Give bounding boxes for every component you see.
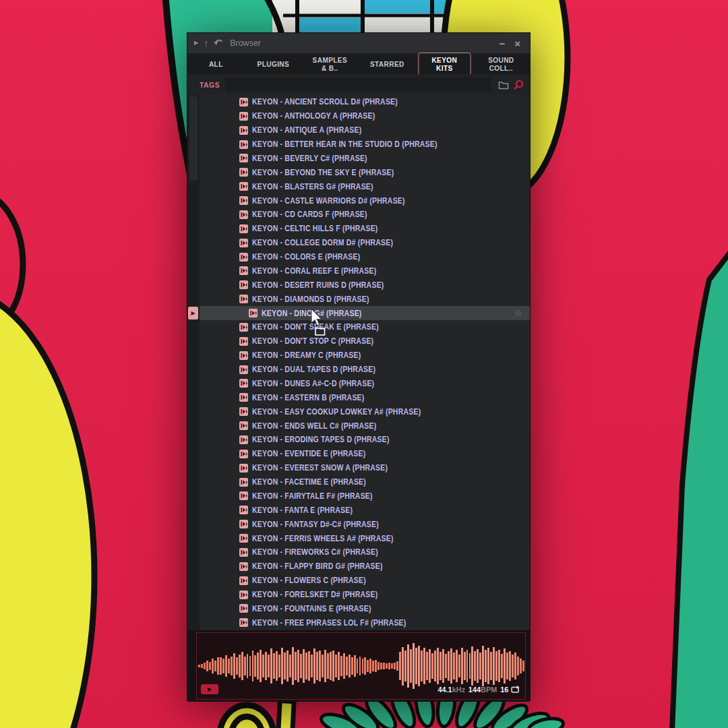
collapse-icon[interactable]: ▶: [194, 40, 198, 46]
close-button[interactable]: ×: [514, 38, 520, 49]
list-item-label: KEYON - COLORS E (PHRASE): [252, 252, 360, 262]
list-item-label: KEYON - BEYOND THE SKY E (PHRASE): [252, 168, 394, 177]
tab-plugins[interactable]: PLUGINS: [247, 57, 299, 71]
audio-file-icon: [239, 280, 248, 289]
search-icon[interactable]: [513, 80, 524, 90]
preview-play-button[interactable]: ▶: [201, 684, 218, 694]
list-item-label: KEYON - DUAL TAPES D (PHRASE): [252, 365, 375, 374]
list-item[interactable]: KEYON - FLOWERS C (PHRASE): [200, 574, 530, 588]
list-item[interactable]: KEYON - CD CARDS F (PHRASE): [200, 208, 530, 222]
list-item[interactable]: KEYON - DESERT RUINS D (PHRASE): [200, 278, 530, 292]
audio-file-icon: [239, 379, 248, 388]
audio-file-icon: [239, 464, 248, 473]
list-item[interactable]: KEYON - FREE PHRASES LOL F# (PHRASE): [200, 615, 530, 630]
list-item[interactable]: KEYON - FANTASY D#-C# (PHRASE): [200, 517, 530, 531]
list-item[interactable]: KEYON - COLORS E (PHRASE): [200, 250, 530, 264]
list-item[interactable]: KEYON - EVENTIDE E (PHRASE): [200, 447, 530, 461]
tab-samples-b[interactable]: SAMPLES & B..: [304, 53, 357, 75]
list-item[interactable]: KEYON - BEYOND THE SKY E (PHRASE): [200, 165, 530, 179]
audio-file-icon: [239, 576, 248, 585]
tab-starred[interactable]: STARRED: [361, 57, 413, 71]
tags-label: TAGS: [200, 81, 220, 89]
undo-arrow-icon[interactable]: [214, 39, 223, 47]
list-item-label: KEYON - EASTERN B (PHRASE): [252, 393, 365, 402]
list-item-label: KEYON - DINO G# (PHRASE): [262, 309, 362, 318]
list-item[interactable]: KEYON - FERRIS WHEELS A# (PHRASE): [200, 531, 530, 545]
list-item[interactable]: KEYON - CORAL REEF E (PHRASE): [200, 264, 530, 278]
audio-file-icon: [239, 491, 248, 500]
bpm-unit: BPM: [481, 686, 497, 694]
list-item-label: KEYON - BEVERLY C# (PHRASE): [252, 154, 367, 163]
list-item[interactable]: KEYON - DON'T STOP C (PHRASE): [200, 334, 530, 348]
window-title: Browser: [230, 38, 261, 48]
list-item-label: KEYON - FANTASY D#-C# (PHRASE): [252, 520, 379, 529]
audio-file-icon: [239, 140, 248, 149]
list-item[interactable]: KEYON - DIAMONDS D (PHRASE): [200, 292, 530, 306]
audio-file-icon: [239, 323, 248, 332]
audio-file-icon: [239, 506, 248, 514]
list-item[interactable]: KEYON - BEVERLY C# (PHRASE): [200, 152, 530, 166]
bpm-value: 144: [468, 686, 480, 694]
list-item[interactable]: KEYON - FLAPPY BIRD G# (PHRASE): [200, 559, 530, 574]
audio-file-icon: [239, 407, 248, 416]
tab-sound-coll[interactable]: SOUND COLL..: [475, 53, 528, 75]
file-list: ▶ KEYON - ANCIENT SCROLL D# (PHRASE)KEYO…: [187, 95, 530, 630]
list-item[interactable]: KEYON - ANTHOLOGY A (PHRASE): [200, 109, 530, 123]
audio-file-icon: [239, 182, 248, 191]
sample-rate-value: 44.1: [437, 686, 452, 694]
list-item-label: KEYON - FANTA E (PHRASE): [252, 506, 353, 515]
list-item[interactable]: KEYON - BLASTERS G# (PHRASE): [200, 179, 530, 193]
list-item[interactable]: KEYON - ANTIQUE A (PHRASE): [200, 123, 530, 138]
list-item[interactable]: KEYON - EASY COOKUP LOWKEY A# (PHRASE): [200, 404, 530, 419]
list-item[interactable]: KEYON - EASTERN B (PHRASE): [200, 390, 530, 404]
list-item[interactable]: KEYON - CELTIC HILLS F (PHRASE): [200, 222, 530, 236]
list-item-label: KEYON - ENDS WELL C# (PHRASE): [252, 421, 376, 431]
search-input[interactable]: [226, 78, 491, 92]
list-item-label: KEYON - FOUNTAINS E (PHRASE): [252, 604, 371, 613]
list-item[interactable]: KEYON - ENDS WELL C# (PHRASE): [200, 419, 530, 433]
list-item[interactable]: KEYON - DUAL TAPES D (PHRASE): [200, 363, 530, 377]
list-item[interactable]: KEYON - DINO G# (PHRASE)☆: [200, 306, 530, 320]
search-row: TAGS: [187, 74, 530, 95]
list-item-label: KEYON - DESERT RUINS D (PHRASE): [252, 280, 384, 290]
audio-file-icon: [249, 309, 257, 317]
list-item[interactable]: KEYON - FORELSKET D# (PHRASE): [200, 588, 530, 602]
audio-file-icon: [239, 351, 248, 360]
preview-panel: ▶ 44.1 kHz 144 BPM 16: [196, 632, 526, 700]
list-item[interactable]: KEYON - FACETIME E (PHRASE): [200, 475, 530, 489]
list-item-label: KEYON - EASY COOKUP LOWKEY A# (PHRASE): [252, 407, 421, 417]
list-item[interactable]: KEYON - COLLEGE DORM D# (PHRASE): [200, 236, 530, 250]
list-item[interactable]: KEYON - DON'T SPEAK E (PHRASE): [200, 320, 530, 334]
list-item[interactable]: KEYON - ERODING TAPES D (PHRASE): [200, 433, 530, 447]
category-tabs: ALLPLUGINSSAMPLES & B..STARREDKEYON KITS…: [187, 54, 530, 74]
minimize-button[interactable]: −: [499, 38, 505, 49]
list-item[interactable]: KEYON - FAIRYTALE F# (PHRASE): [200, 489, 530, 504]
list-item[interactable]: KEYON - DREAMY C (PHRASE): [200, 348, 530, 363]
sample-rate-unit: kHz: [452, 686, 464, 694]
browser-window: ▶ ↑ Browser − × ALLPLUGINSSAMPLES & B..S…: [187, 32, 530, 701]
list-item-label: KEYON - BLASTERS G# (PHRASE): [252, 182, 373, 191]
list-item[interactable]: KEYON - FANTA E (PHRASE): [200, 503, 530, 517]
audio-file-icon: [239, 239, 248, 247]
list-item[interactable]: KEYON - CASTLE WARRIORS D# (PHRASE): [200, 193, 530, 208]
tab-keyon-kits[interactable]: KEYON KITS: [418, 53, 471, 75]
list-item[interactable]: KEYON - DUNES A#-C-D (PHRASE): [200, 377, 530, 391]
audio-file-icon: [239, 253, 248, 262]
scrollbar[interactable]: ▶: [187, 95, 200, 630]
list-item[interactable]: KEYON - ANCIENT SCROLL D# (PHRASE): [200, 95, 530, 109]
list-item-label: KEYON - DON'T SPEAK E (PHRASE): [252, 322, 379, 332]
folder-icon[interactable]: [498, 80, 509, 90]
list-item[interactable]: KEYON - EVEREST SNOW A (PHRASE): [200, 461, 530, 475]
audio-file-icon: [239, 435, 248, 444]
star-icon[interactable]: ☆: [514, 308, 522, 318]
loop-icon: [511, 686, 520, 694]
up-arrow-icon[interactable]: ↑: [204, 38, 208, 48]
list-item[interactable]: KEYON - FIREWORKS C# (PHRASE): [200, 545, 530, 559]
tab-all[interactable]: ALL: [189, 57, 242, 71]
list-item[interactable]: KEYON - FOUNTAINS E (PHRASE): [200, 602, 530, 616]
audio-file-icon: [239, 112, 248, 121]
scrollbar-thumb[interactable]: [189, 96, 198, 181]
titlebar[interactable]: ▶ ↑ Browser − ×: [187, 33, 530, 54]
list-item[interactable]: KEYON - BETTER HEAR IN THE STUDIO D (PHR…: [200, 138, 530, 152]
list-item-label: KEYON - FLOWERS C (PHRASE): [252, 576, 366, 585]
